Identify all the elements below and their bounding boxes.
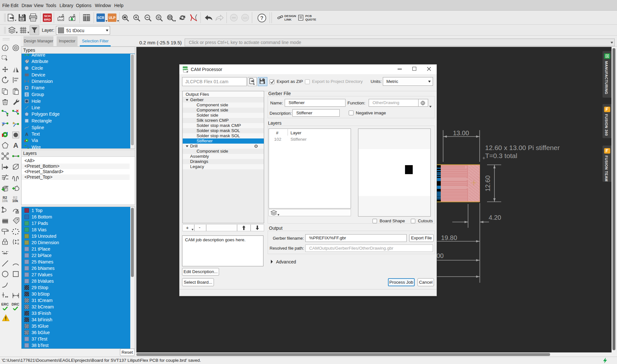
svg-text:99: 99 (5, 185, 8, 188)
svg-text:4.20: 4.20 (489, 214, 501, 221)
svg-text:SCR: SCR (97, 16, 105, 20)
svg-text:A: A (25, 132, 28, 136)
svg-text:12.60: 12.60 (484, 175, 491, 191)
svg-text:BRD: BRD (44, 18, 51, 21)
svg-text:A: A (13, 141, 18, 149)
svg-text:13.00: 13.00 (453, 129, 469, 137)
svg-text:19.80: 19.80 (441, 234, 457, 241)
svg-text:i: i (5, 46, 6, 50)
svg-text:ULP: ULP (109, 16, 115, 20)
svg-text:GO: GO (243, 16, 247, 20)
svg-text:00: 00 (437, 252, 444, 259)
svg-text:12.60 x 13.00 Pi stiffener: 12.60 x 13.00 Pi stiffener (485, 144, 560, 151)
svg-text:T=0.3 total: T=0.3 total (485, 152, 517, 159)
svg-text:BRD: BRD (183, 67, 188, 70)
svg-text:SCH: SCH (44, 14, 51, 18)
svg-text:?: ? (260, 15, 263, 21)
